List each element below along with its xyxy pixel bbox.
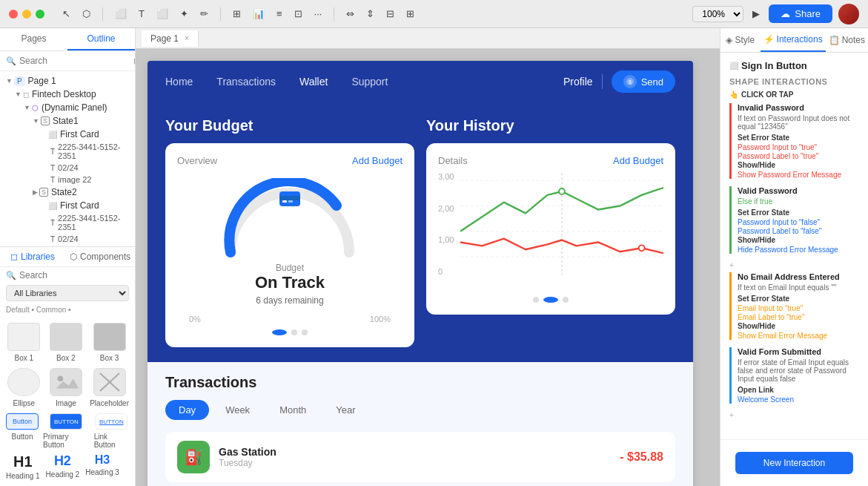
tab-pages[interactable]: Pages	[0, 28, 67, 50]
heading-item-h3[interactable]: H3 Heading 3	[85, 453, 119, 480]
lib-item-button[interactable]: Button Button	[6, 413, 39, 449]
tree-fintech[interactable]: ▼ ◻ Fintech Desktop	[0, 88, 135, 101]
tab-style[interactable]: ◈ Style	[720, 28, 761, 52]
tree-date-2[interactable]: T 02/24	[0, 233, 135, 245]
search-input[interactable]	[19, 56, 130, 66]
pen-tool[interactable]: ✦	[177, 7, 191, 21]
tab-outline[interactable]: Outline	[67, 28, 135, 50]
close-tab-icon[interactable]: ×	[185, 34, 189, 42]
new-interaction-button[interactable]: New Interaction	[735, 452, 853, 474]
lib-item-box3[interactable]: Box 3	[90, 323, 129, 362]
nav-home[interactable]: Home	[165, 76, 193, 88]
tab-components[interactable]: ⬡ Components	[65, 250, 135, 263]
lib-item-placeholder[interactable]: Placeholder	[90, 368, 129, 407]
int4-action1[interactable]: Welcome Screen	[738, 395, 859, 404]
lib-item-box1[interactable]: Box 1	[6, 323, 42, 362]
tab-year[interactable]: Year	[322, 400, 368, 420]
int1-action2[interactable]: Password Label to "true"	[738, 152, 859, 160]
expand-tool[interactable]: ⊞	[230, 7, 244, 21]
align-v[interactable]: ⊞	[403, 7, 417, 21]
int2-action1[interactable]: Password Input to "false"	[738, 218, 859, 226]
fintech-frame: Home Transactions Wallet Support Profile…	[148, 61, 693, 486]
tab-notes[interactable]: 📋 Notes	[826, 28, 868, 52]
lib-item-box2[interactable]: Box 2	[48, 323, 85, 362]
dot-2[interactable]	[291, 329, 297, 335]
tree-card-number-1[interactable]: T 2225-3441-5152-2351	[0, 141, 135, 162]
nav-support[interactable]: Support	[351, 76, 388, 88]
history-add-budget[interactable]: Add Budget	[613, 155, 663, 166]
share-button[interactable]: ☁ Share	[769, 4, 832, 23]
move-tool[interactable]: ⬡	[79, 7, 93, 21]
interaction-no-email: No Email Address Entered If text on Emai…	[729, 272, 859, 340]
tab-interactions[interactable]: ⚡ Interactions	[761, 28, 826, 52]
canvas-tab-page1[interactable]: Page 1 ×	[142, 30, 199, 47]
rectangle-tool[interactable]: ⬜	[112, 7, 130, 21]
user-avatar[interactable]	[838, 4, 859, 24]
int1-action1[interactable]: Password Input to "true"	[738, 143, 859, 151]
chart-tool[interactable]: 📊	[250, 7, 268, 21]
dot-3[interactable]	[302, 329, 308, 335]
history-dot-3[interactable]	[563, 297, 569, 303]
lib-item-link-btn[interactable]: BUTTON Link Button	[94, 413, 129, 449]
tree-dynamic-panel[interactable]: ▼ ⬡ (Dynamic Panel)	[0, 101, 135, 114]
tree-image-1[interactable]: T image 22	[0, 174, 135, 185]
lib-item-image[interactable]: Image	[48, 368, 85, 407]
preview-btn[interactable]: ▶	[749, 7, 763, 21]
int2-action2[interactable]: Password Label to "false"	[738, 227, 859, 235]
history-dot-1[interactable]	[533, 297, 539, 303]
zoom-select[interactable]: 100%100%	[692, 6, 743, 22]
int1-show-hide-action[interactable]: Show Password Error Message	[738, 171, 859, 179]
budget-section: Your Budget Overview Add Budget	[165, 117, 414, 347]
int3-action1[interactable]: Email Input to "true"	[738, 304, 859, 312]
dot-1[interactable]	[272, 329, 287, 335]
nav-wallet[interactable]: Wallet	[299, 76, 328, 88]
text-tool[interactable]: T	[136, 7, 148, 21]
tree-first-card-1[interactable]: ▶ ⬜ First Card	[0, 128, 135, 141]
crop-tool[interactable]: ⊡	[291, 7, 305, 21]
maximize-button[interactable]	[36, 10, 44, 19]
int2-show-hide-action[interactable]: Hide Password Error Message	[738, 246, 859, 254]
placeholder-shape	[93, 368, 126, 396]
select-tool[interactable]: ↖	[59, 7, 73, 21]
distribute-v[interactable]: ⇕	[363, 7, 377, 21]
tab-week[interactable]: Week	[212, 400, 263, 420]
heading-item-h1[interactable]: H1 Heading 1	[6, 453, 40, 480]
tree-card-number-2[interactable]: T 2225-3441-5152-2351	[0, 212, 135, 233]
tab-libraries[interactable]: ◻ Libraries	[6, 250, 59, 263]
lib-search-input[interactable]	[19, 270, 130, 280]
lib-select[interactable]: All Libraries	[6, 285, 129, 301]
int3-action2[interactable]: Email Label to "true"	[738, 313, 859, 321]
pencil-tool[interactable]: ✏	[197, 7, 211, 21]
tree-page1[interactable]: ▼ P Page 1	[0, 74, 135, 88]
send-button[interactable]: $ Send	[612, 70, 675, 93]
tab-day[interactable]: Day	[165, 400, 209, 420]
box3-label: Box 3	[100, 354, 119, 362]
svg-point-16	[639, 245, 645, 251]
minimize-button[interactable]	[22, 10, 31, 19]
add-budget-link[interactable]: Add Budget	[352, 155, 402, 166]
heading-item-h2[interactable]: H2 Heading 2	[46, 453, 80, 480]
lib-item-ellipse[interactable]: Ellipse	[6, 368, 42, 407]
tree-date-1[interactable]: T 02/24	[0, 162, 135, 174]
nav-transactions[interactable]: Transactions	[216, 76, 276, 88]
tree-state2[interactable]: ▶ S State2	[0, 185, 135, 199]
fintech-nav: Home Transactions Wallet Support Profile…	[148, 61, 693, 102]
int1-show-hide: Show/Hide	[738, 161, 859, 169]
tree-first-card-2[interactable]: ▶ ⬜ First Card	[0, 199, 135, 212]
gauge-max: 100%	[370, 315, 391, 324]
canvas-scroll[interactable]: Home Transactions Wallet Support Profile…	[136, 49, 720, 486]
align-h[interactable]: ⊟	[383, 7, 397, 21]
history-dot-2[interactable]	[543, 297, 558, 303]
align-tool[interactable]: ≡	[274, 7, 285, 21]
nav-profile[interactable]: Profile	[563, 76, 593, 88]
int3-show-hide-action[interactable]: Show Email Error Message	[738, 332, 859, 340]
more-tool[interactable]: ···	[311, 7, 325, 21]
distribute-h[interactable]: ⇔	[343, 7, 357, 21]
int3-title: No Email Address Entered	[738, 272, 859, 281]
tree-state1[interactable]: ▼ S State1	[0, 114, 135, 128]
shape-tool[interactable]: ⬜	[153, 7, 171, 21]
lib-item-primary-btn[interactable]: BUTTON Primary Button	[43, 413, 90, 449]
tab-month[interactable]: Month	[266, 400, 319, 420]
libraries-panel: ◻ Libraries ⬡ Components ⋮ 🔍 All Librari…	[0, 246, 135, 486]
close-button[interactable]	[9, 10, 18, 19]
